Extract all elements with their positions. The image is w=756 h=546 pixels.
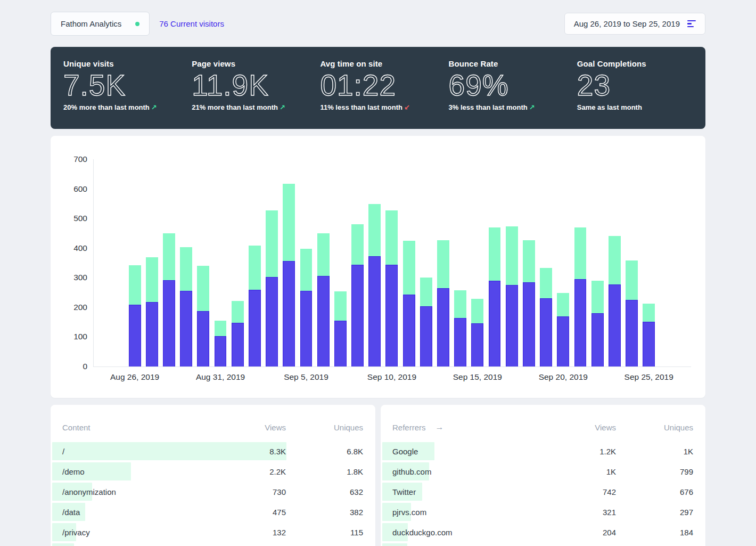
- unique-visits-segment: [557, 316, 569, 366]
- page-views-segment: [163, 233, 175, 280]
- content-row[interactable]: /data475382: [51, 502, 375, 522]
- bar[interactable]: [368, 204, 381, 366]
- unique-visits-segment: [197, 311, 209, 366]
- bar[interactable]: [506, 226, 518, 366]
- bar[interactable]: [574, 227, 587, 366]
- bar[interactable]: [180, 247, 192, 367]
- bar[interactable]: [334, 291, 347, 366]
- bar[interactable]: [351, 224, 364, 366]
- unique-visits-segment: [574, 279, 587, 366]
- current-visitors-link[interactable]: 76 Current visitors: [159, 19, 224, 28]
- unique-visits-segment: [385, 265, 398, 366]
- bar[interactable]: [591, 281, 604, 366]
- page-views-segment: [557, 293, 569, 316]
- row-label: /privacy: [62, 528, 225, 537]
- page-views-segment: [420, 278, 432, 306]
- site-switcher-button[interactable]: Fathom Analytics: [51, 12, 150, 36]
- referrers-table-title: Referrers: [392, 423, 426, 432]
- page-views-segment: [454, 290, 466, 318]
- unique-visits-segment: [180, 291, 192, 366]
- date-range-button[interactable]: Aug 26, 2019 to Sep 25, 2019: [564, 13, 705, 35]
- bar[interactable]: [540, 268, 552, 367]
- bar[interactable]: [609, 236, 621, 366]
- content-row[interactable]: /terms5654: [51, 542, 375, 546]
- referrers-drilldown-arrow-icon[interactable]: →: [435, 422, 444, 432]
- unique-visits-segment: [523, 282, 535, 366]
- referrer-row[interactable]: duckduckgo.com204184: [381, 522, 705, 542]
- unique-visits-segment: [591, 313, 604, 366]
- unique-visits-segment: [489, 281, 501, 366]
- bar[interactable]: [557, 293, 569, 366]
- x-tick-label: Sep 25, 2019: [624, 372, 673, 382]
- bar[interactable]: [249, 246, 261, 366]
- unique-visits-segment: [300, 291, 313, 366]
- visitors-chart-card: 0100200300400500600700 Aug 26, 2019Aug 3…: [51, 136, 705, 398]
- site-name: Fathom Analytics: [61, 19, 121, 28]
- chart-bar-sep-12: [417, 159, 434, 366]
- bar[interactable]: [643, 304, 655, 366]
- bar[interactable]: [437, 240, 449, 366]
- bar[interactable]: [420, 278, 432, 366]
- bar[interactable]: [403, 241, 415, 366]
- referrer-row[interactable]: github.com1K799: [381, 461, 705, 482]
- page-views-segment: [540, 268, 552, 299]
- row-uniques: 1K: [616, 447, 693, 456]
- bar[interactable]: [300, 249, 313, 366]
- page-views-segment: [300, 249, 313, 291]
- chart-bar-sep-7: [332, 159, 349, 366]
- chart-bar-sep-24: [623, 159, 640, 366]
- bar[interactable]: [471, 299, 483, 366]
- row-uniques: 799: [616, 467, 693, 476]
- stat-label: Avg time on site: [320, 59, 448, 68]
- chart-bars: [94, 159, 691, 366]
- page-views-segment: [215, 321, 227, 336]
- bar[interactable]: [626, 260, 638, 366]
- page-views-segment: [437, 240, 449, 288]
- content-row[interactable]: /privacy132115: [51, 522, 375, 542]
- page-views-segment: [317, 233, 330, 276]
- referrers-table-card: Referrers → Views Uniques Google1.2K1Kgi…: [381, 405, 705, 546]
- page-views-segment: [574, 227, 587, 279]
- unique-visits-segment: [317, 276, 330, 366]
- bar[interactable]: [266, 210, 278, 366]
- y-tick-label: 700: [73, 154, 87, 164]
- unique-visits-segment: [506, 285, 518, 366]
- referrer-row[interactable]: Twitter742676: [381, 482, 705, 502]
- chart-bar-sep-11: [400, 159, 417, 366]
- bar[interactable]: [489, 227, 501, 366]
- bar[interactable]: [454, 290, 466, 366]
- stat-change: 21% more than last month↗: [192, 103, 320, 111]
- referrer-row[interactable]: pjrvs.com321297: [381, 502, 705, 522]
- referrer-row[interactable]: Google1.2K1K: [381, 441, 705, 461]
- chart-bar-aug-27: [143, 159, 160, 366]
- unique-visits-segment: [129, 305, 141, 366]
- stat-value: 23: [577, 68, 705, 102]
- trend-up-icon: ↗: [151, 103, 157, 111]
- y-tick-label: 100: [73, 332, 87, 341]
- bar[interactable]: [385, 210, 398, 366]
- top-bar: Fathom Analytics 76 Current visitors Aug…: [51, 12, 705, 36]
- stat-change: 3% less than last month↗: [449, 103, 577, 111]
- chart-bar-sep-14: [452, 159, 469, 366]
- stat-label: Goal Completions: [577, 59, 705, 68]
- bar[interactable]: [283, 184, 295, 366]
- content-row[interactable]: /anonymization730632: [51, 482, 375, 502]
- bar[interactable]: [163, 233, 175, 366]
- row-views: 321: [555, 508, 616, 517]
- stat-label: Unique visits: [63, 59, 192, 68]
- content-table-header: Content Views Uniques: [51, 419, 375, 436]
- bar[interactable]: [523, 240, 535, 366]
- chart-bar-sep-9: [366, 159, 383, 366]
- content-row[interactable]: /demo2.2K1.8K: [51, 461, 375, 482]
- content-row[interactable]: /8.3K6.8K: [51, 441, 375, 461]
- bar[interactable]: [129, 265, 141, 367]
- chart-bar-sep-21: [572, 159, 589, 366]
- chart-bar-sep-25: [640, 159, 658, 366]
- bar[interactable]: [232, 301, 244, 366]
- bar[interactable]: [197, 266, 209, 366]
- bar[interactable]: [215, 321, 227, 366]
- referrer-row[interactable]: news.ycombinator.com170142: [381, 542, 705, 546]
- bar[interactable]: [146, 257, 158, 366]
- bar[interactable]: [317, 233, 330, 366]
- chart-bar-sep-17: [503, 159, 520, 366]
